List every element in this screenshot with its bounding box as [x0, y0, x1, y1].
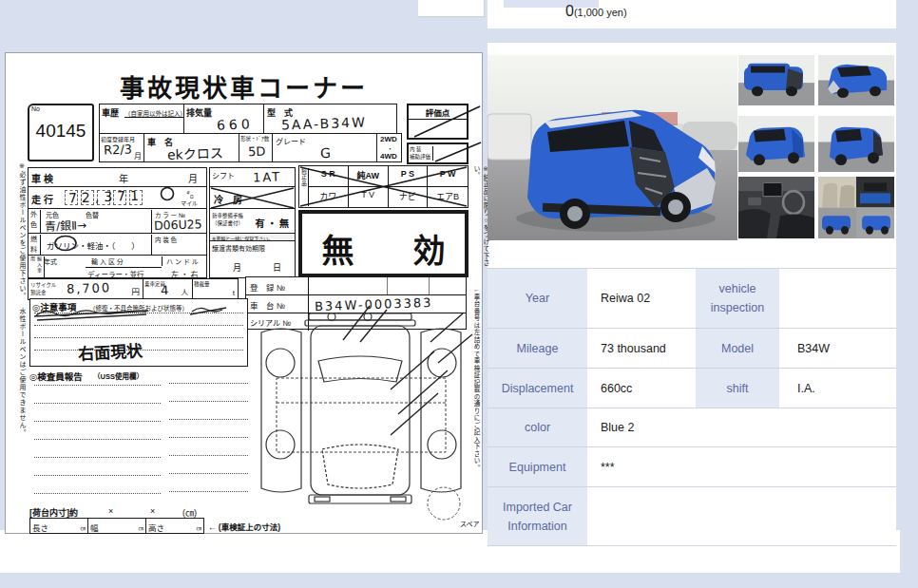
inspector-report-label: ◎検査員報告: [29, 370, 83, 383]
top-left-panel-fragment: [418, 0, 485, 17]
spec-value: Blue 2: [587, 408, 896, 446]
model-code-hand: 5AA-B34W: [281, 114, 367, 132]
evaluation-score-box: 評価点: [407, 104, 469, 140]
divider: [308, 313, 309, 331]
divider: [387, 277, 388, 294]
left-margin-note: ※必ず油性ボールペンをご使用下さい。 水性ボールペンはご使用できません。: [7, 162, 27, 535]
spec-value: ***: [587, 447, 896, 486]
recycle-fee-cell: リサイクル預託金 8,700 円: [28, 278, 143, 300]
spec-label: Year: [488, 269, 587, 328]
price-panel: 0(1,000 yen): [488, 0, 896, 28]
mileage-row: 走行 72,371 ㌔ マイル: [28, 186, 207, 209]
load-capacity-cell: 積載量 t: [192, 278, 239, 300]
chassis-no-row: 車 台 № B34W-0003383: [246, 295, 466, 313]
spare-tire-mark: [428, 487, 460, 520]
spec-value: 73 thousand: [587, 329, 691, 368]
divider: [429, 277, 430, 294]
car-damage-diagram: [248, 302, 476, 530]
thumb-photo-5[interactable]: [738, 177, 814, 238]
width-cell: 幅 ㎝: [87, 518, 146, 534]
table-row: Equipment***: [488, 447, 896, 487]
notes-hand: 右面現状: [77, 337, 143, 365]
drive-type-cell: 2WD ・ 4WD: [376, 133, 402, 162]
service-book-cell: 新車整備手帳（保証書付） 有 ・ 無: [209, 208, 296, 234]
fuel-row: 燃料 ガソリン・軽油・（ ） 内 装 色: [28, 233, 207, 256]
lot-number: 40145: [29, 121, 92, 142]
shift-hand: 1AT: [253, 169, 282, 184]
genuine-parts-grid: 純正品 S R 純AW P S P W カワ T V ナビ エアB: [298, 165, 469, 208]
spec-label: Displacement: [488, 369, 587, 408]
main-photo[interactable]: [488, 55, 737, 240]
table-row: Mileage73 thousandModelB34W: [488, 329, 896, 369]
displacement-cell: 排気量 660: [183, 104, 264, 134]
height-cell: 高さ ㎝: [145, 518, 204, 534]
spec-value: Reiwa 02: [587, 269, 691, 328]
registration-box: 登 録 № 車 台 № B34W-0003383 シリアル №: [245, 276, 467, 330]
table-row: colorBlue 2: [488, 408, 896, 447]
color-no-hand: D06U25: [154, 217, 202, 233]
spec-label: Model: [691, 329, 784, 368]
interior-score-box: 内 装補助評価: [407, 142, 469, 164]
doors-hand: 5D: [248, 144, 266, 160]
thumb-photo-1[interactable]: [738, 55, 814, 105]
recycle-fee-hand: 8,700: [67, 280, 112, 296]
spec-label: Mileage: [488, 329, 587, 368]
grade-cell: グレード G: [272, 133, 377, 162]
import-block: 輸入車用 年式 輸 入 区 分 ハ ン ド ル ディーラー・並行 左 ・ 右: [28, 255, 207, 278]
mileage-hand: 72,371: [68, 188, 144, 206]
car-name-cell: 車 名 ekクロス: [143, 133, 239, 162]
spec-label: Imported Car Information: [488, 487, 587, 545]
exterior-color-hand: 青/銀Ⅱ→: [45, 216, 87, 234]
lot-number-box: No 40145: [28, 104, 94, 161]
grade-hand: G: [320, 145, 331, 161]
displacement-hand: 660: [217, 116, 254, 132]
shift-cell: シフト 1AT: [209, 167, 296, 187]
chassis-no-hand: B34W-0003383: [315, 295, 433, 313]
model-code-cell: 型 式 5AA-B34W: [263, 104, 397, 134]
spec-label: Equipment: [488, 447, 587, 486]
price-unit: (1,000 yen): [574, 7, 627, 18]
invalid-stamp-box: 無 効: [298, 210, 469, 277]
aircon-cell: 冷 房: [209, 186, 296, 209]
serial-no-row: シリアル №: [246, 313, 466, 331]
price-value: 0: [565, 3, 574, 19]
spec-value: [587, 487, 896, 545]
invalid-text: 無 効: [302, 225, 465, 272]
capacity-hand: 4: [161, 283, 169, 297]
table-row: Displacement660ccshiftI.A.: [488, 369, 896, 408]
divider: [308, 277, 309, 294]
sheet-title: 事故現状車コーナー: [6, 68, 482, 104]
thumb-photo-4[interactable]: [818, 116, 894, 172]
thumb-photo-2[interactable]: [818, 55, 894, 105]
transfer-docs-cell: 譲渡書類有効期限 月 日: [209, 240, 296, 278]
length-cell: 長さ ㎝: [29, 518, 88, 534]
notes-box: ◎注意事項 （修復・不具合箇所および状態等） 右面現状: [29, 298, 248, 367]
parts-cells: S R 純AW P S P W カワ T V ナビ エアB: [309, 166, 468, 207]
spare-label: スペア: [460, 519, 480, 528]
start-price: 0(1,000 yen): [565, 3, 627, 20]
divider: [308, 295, 309, 313]
first-registration-hand: R2/3: [104, 142, 132, 157]
spec-value: 660cc: [587, 369, 691, 408]
right-margin-note-2: ←車台番号は左詰めで車検証記載の通りにご記入下さい。: [471, 286, 481, 531]
inspection-row: 車検 年 月: [28, 167, 207, 187]
exterior-color-row: 外色 元色 色替 青/銀Ⅱ→ カ ラ ー № D06U25: [28, 208, 207, 234]
spec-label: color: [488, 408, 587, 446]
capacity-cell: 乗車定員 4 人: [143, 278, 193, 300]
table-row: YearReiwa 02vehicle inspection: [488, 268, 896, 329]
thumb-photo-3[interactable]: [738, 116, 814, 172]
auction-sheet: 事故現状車コーナー No 40145 車歴 （自家用以外は記入） 排気量 660…: [5, 52, 483, 534]
spec-value: B34W: [784, 329, 896, 368]
first-registration-cell: 初度登録年月 R2/3 月: [99, 133, 144, 162]
spec-value: [784, 269, 896, 328]
spec-label: vehicle inspection: [691, 269, 784, 328]
car-name-hand: ekクロス: [167, 142, 223, 163]
info-table: YearReiwa 02vehicle inspectionMileage73 …: [488, 268, 896, 546]
reg-no-row: 登 録 №: [246, 277, 466, 295]
dim-note: ← (車検証上の寸法): [208, 521, 280, 532]
spec-label: shift: [691, 369, 784, 408]
table-row: Imported Car Information: [488, 487, 896, 546]
thumb-photo-6[interactable]: [818, 177, 894, 238]
doors-cell: 形状・ﾄﾞｱ数 5D: [239, 133, 273, 162]
car-history-cell: 車歴 （自家用以外は記入）: [99, 104, 184, 134]
